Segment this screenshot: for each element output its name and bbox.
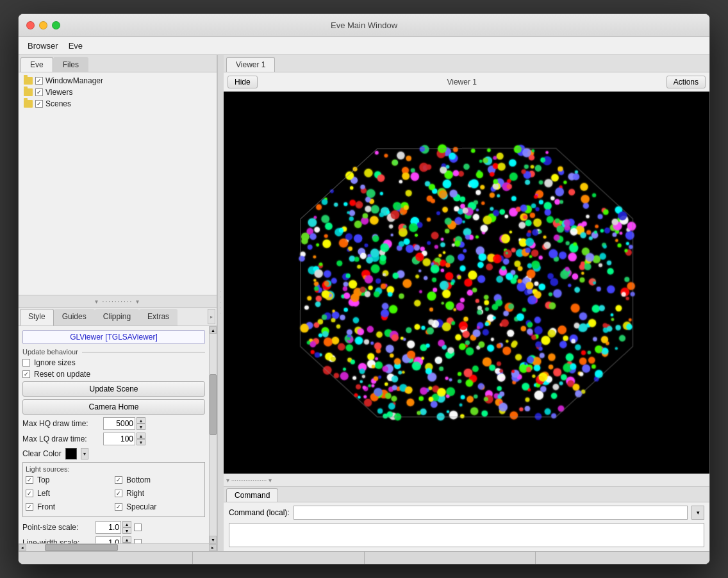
scrollbar-up[interactable]: ▲ [210, 326, 217, 334]
svg-point-739 [581, 351, 586, 355]
light-front-label: Front [37, 502, 55, 511]
svg-point-730 [307, 341, 310, 344]
svg-point-883 [527, 322, 533, 327]
svg-point-703 [319, 263, 322, 266]
command-input[interactable] [294, 506, 688, 520]
windowmanager-checkbox[interactable] [35, 77, 43, 85]
style-scrollbar[interactable]: ▲ ▼ [209, 326, 217, 543]
svg-point-835 [407, 340, 415, 348]
svg-point-156 [389, 305, 397, 313]
point-size-input[interactable] [95, 521, 121, 534]
svg-point-664 [499, 392, 504, 397]
light-top-row: Top [26, 475, 113, 484]
hide-button[interactable]: Hide [228, 76, 258, 88]
max-lq-up[interactable]: ▲ [136, 433, 145, 439]
tab-clipping[interactable]: Clipping [95, 309, 139, 326]
h-scroll-right[interactable]: ▸ [209, 544, 217, 551]
svg-point-777 [531, 204, 536, 208]
svg-point-110 [445, 263, 450, 267]
scrollbar-down[interactable]: ▼ [210, 536, 217, 543]
max-lq-down[interactable]: ▼ [136, 439, 145, 445]
actions-button[interactable]: Actions [666, 76, 706, 88]
resize-indicator: · · · · · [218, 291, 224, 315]
command-dropdown-button[interactable]: ▾ [691, 506, 704, 520]
point-size-extra-checkbox[interactable] [134, 524, 142, 531]
resize-handle[interactable]: · · · · · [217, 55, 224, 551]
tab-viewer1[interactable]: Viewer 1 [226, 57, 275, 72]
camera-home-button[interactable]: Camera Home [22, 399, 205, 415]
scrollbar-thumb[interactable] [210, 374, 217, 435]
svg-point-816 [534, 195, 537, 198]
reset-on-update-checkbox[interactable] [22, 370, 30, 378]
light-grid: Top Bottom Left [26, 475, 202, 514]
titlebar: Eve Main Window [19, 14, 709, 37]
svg-point-121 [354, 234, 362, 242]
point-size-row: Point-size scale: ▲ ▼ [22, 521, 205, 534]
light-specular-checkbox[interactable] [115, 503, 122, 511]
clear-color-dropdown[interactable]: ▾ [81, 448, 88, 459]
light-left-checkbox[interactable] [26, 490, 33, 497]
ignore-sizes-checkbox[interactable] [22, 359, 30, 367]
minimize-button[interactable] [39, 21, 47, 29]
svg-point-798 [550, 196, 554, 200]
tree-item-scenes[interactable]: Scenes [21, 98, 214, 110]
svg-point-789 [339, 228, 344, 233]
tab-command[interactable]: Command [226, 488, 278, 502]
line-width-extra-checkbox[interactable] [134, 539, 142, 543]
point-size-down[interactable]: ▼ [122, 527, 131, 534]
left-h-scrollbar[interactable]: ◂ ▸ [19, 543, 217, 551]
svg-point-25 [316, 204, 322, 210]
svg-point-497 [356, 384, 360, 389]
light-top-checkbox[interactable] [26, 476, 33, 484]
svg-point-834 [379, 213, 384, 217]
menu-browser[interactable]: Browser [22, 39, 63, 53]
max-hq-down[interactable]: ▼ [136, 424, 145, 430]
update-scene-button[interactable]: Update Scene [22, 381, 205, 397]
svg-point-323 [398, 371, 402, 375]
svg-point-397 [314, 322, 319, 327]
light-bottom-checkbox[interactable] [115, 476, 122, 484]
light-right-checkbox[interactable] [115, 490, 122, 497]
svg-point-523 [515, 261, 521, 267]
svg-point-757 [607, 326, 613, 332]
maximize-button[interactable] [52, 21, 60, 29]
viewers-checkbox[interactable] [35, 88, 43, 96]
line-width-up[interactable]: ▲ [122, 536, 131, 543]
svg-point-704 [445, 301, 454, 310]
viewer-title: Viewer 1 [258, 78, 666, 87]
svg-point-585 [503, 311, 508, 316]
tree-item-viewers[interactable]: Viewers [21, 87, 214, 98]
svg-point-620 [549, 249, 558, 258]
max-lq-input[interactable] [103, 433, 135, 445]
svg-point-450 [452, 244, 455, 247]
max-hq-up[interactable]: ▲ [136, 417, 145, 424]
line-width-input[interactable] [95, 536, 121, 543]
close-button[interactable] [26, 21, 35, 29]
svg-point-530 [322, 315, 327, 320]
style-tab-scroll[interactable]: ▸ [208, 309, 215, 324]
svg-point-440 [493, 317, 496, 320]
tree-area: WindowManager Viewers Scenes [19, 72, 217, 295]
tab-extras[interactable]: Extras [139, 309, 178, 326]
scenes-checkbox[interactable] [35, 100, 43, 108]
tab-files[interactable]: Files [53, 57, 88, 72]
tab-style[interactable]: Style [20, 309, 54, 326]
svg-point-603 [392, 385, 397, 390]
svg-point-842 [351, 359, 355, 364]
svg-point-383 [476, 299, 479, 303]
h-scroll-left[interactable]: ◂ [19, 544, 26, 551]
viewer-bottom-indicator: ▾ ···················· ▾ [226, 477, 272, 484]
tree-item-windowmanager[interactable]: WindowManager [21, 75, 214, 87]
point-size-up[interactable]: ▲ [122, 521, 131, 527]
max-hq-input[interactable]: 5000 [103, 417, 135, 430]
tab-eve[interactable]: Eve [21, 57, 53, 72]
light-front-checkbox[interactable] [26, 503, 33, 511]
menu-eve[interactable]: Eve [63, 39, 88, 53]
svg-point-846 [340, 372, 348, 380]
svg-point-390 [402, 279, 411, 288]
h-scroll-thumb[interactable] [45, 544, 118, 551]
svg-point-653 [352, 376, 356, 380]
clear-color-swatch[interactable] [65, 448, 77, 459]
svg-point-88 [470, 408, 478, 415]
tab-guides[interactable]: Guides [54, 309, 95, 326]
